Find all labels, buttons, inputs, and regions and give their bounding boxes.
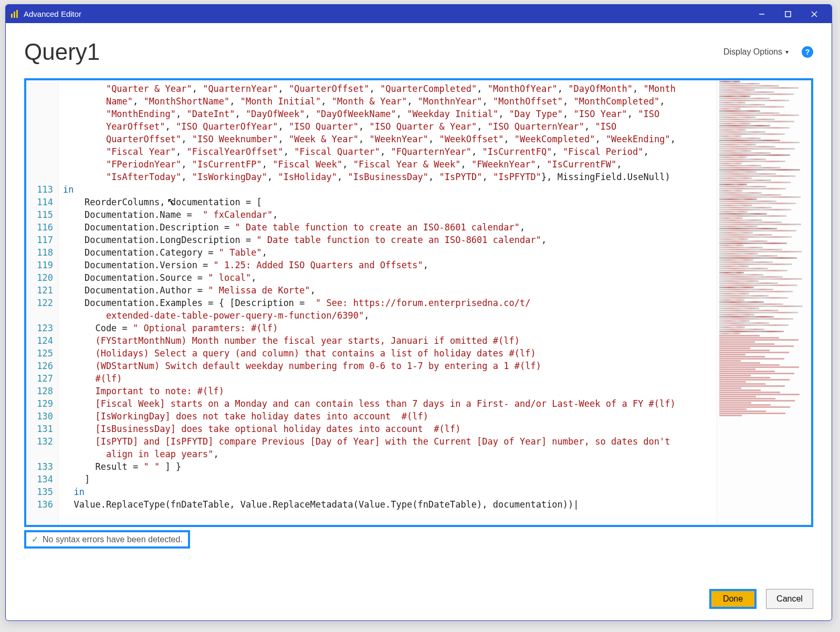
minimize-button[interactable]: [749, 5, 775, 23]
check-icon: ✓: [32, 534, 38, 544]
powerbi-icon: [10, 9, 19, 19]
display-options-label: Display Options: [723, 47, 782, 57]
syntax-status-message: No syntax errors have been detected.: [43, 535, 183, 544]
line-number-gutter: 1131141151161171181191201211221231241251…: [26, 80, 59, 525]
query-name: Query1: [24, 39, 723, 65]
help-icon[interactable]: ?: [802, 46, 813, 58]
svg-rect-0: [11, 14, 13, 18]
advanced-editor-window: Advanced Editor Query1 Display Options ▾…: [5, 4, 832, 621]
syntax-status: ✓ No syntax errors have been detected.: [24, 530, 190, 549]
svg-rect-1: [14, 12, 15, 18]
minimap[interactable]: [717, 80, 811, 525]
code-text-area[interactable]: "Quarter & Year", "QuarternYear", "Quart…: [59, 80, 717, 525]
svg-rect-4: [785, 12, 791, 17]
done-button[interactable]: Done: [709, 589, 757, 609]
code-editor[interactable]: 1131141151161171181191201211221231241251…: [24, 78, 813, 527]
svg-rect-2: [16, 10, 18, 18]
display-options-dropdown[interactable]: Display Options ▾: [723, 47, 789, 57]
window-title: Advanced Editor: [24, 9, 81, 18]
maximize-button[interactable]: [775, 5, 801, 23]
chevron-down-icon: ▾: [785, 48, 789, 56]
close-button[interactable]: [801, 5, 827, 23]
titlebar: Advanced Editor: [6, 5, 832, 23]
cancel-button[interactable]: Cancel: [766, 589, 813, 609]
